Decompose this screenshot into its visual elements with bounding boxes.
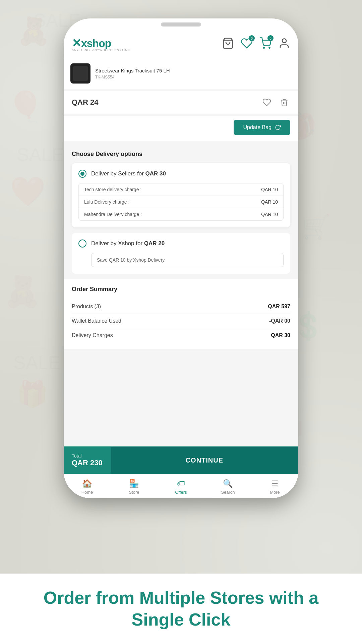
- summary-value-1: -QAR 00: [269, 318, 290, 324]
- radio-selected-dot: [80, 172, 84, 176]
- charge-row-2: Mahendra Delivery charge : QAR 10: [79, 208, 283, 220]
- logo[interactable]: ✕ xshop ANYTHING. ANYWHERE. ANYTIME: [72, 36, 130, 52]
- bottom-nav: 🏠 Home 🏪 Store 🏷 Offers 🔍 Search ☰ More: [64, 474, 298, 498]
- total-section: Total QAR 230: [64, 446, 111, 474]
- svg-point-15: [263, 47, 264, 48]
- nav-label-store: Store: [129, 490, 139, 495]
- nav-label-offers: Offers: [175, 490, 187, 495]
- summary-value-2: QAR 30: [271, 332, 290, 338]
- phone-frame: ✕ xshop ANYTHING. ANYWHERE. ANYTIME: [64, 18, 298, 498]
- svg-text:SALE: SALE: [13, 352, 61, 373]
- product-price: QAR 24: [72, 98, 98, 107]
- bottom-spacer: [64, 349, 298, 356]
- product-image: [73, 66, 88, 81]
- update-bag-row: Update Bag: [64, 116, 298, 141]
- charge-row-1: Lulu Delivery charge : QAR 10: [79, 196, 283, 208]
- svg-text:🎈: 🎈: [7, 89, 45, 125]
- summary-row-2: Delivery Charges QAR 30: [72, 328, 290, 342]
- notch-pill: [161, 22, 201, 26]
- radio-sellers[interactable]: [78, 170, 86, 178]
- nav-item-more[interactable]: ☰ More: [251, 474, 298, 498]
- price-actions: [261, 96, 290, 108]
- order-summary: Order Summary Products (3) QAR 597 Walle…: [64, 279, 298, 349]
- summary-label-1: Wallet Balance Used: [72, 318, 121, 324]
- cart-badge: 0: [267, 35, 274, 41]
- svg-point-17: [282, 39, 286, 43]
- delivery-option-sellers[interactable]: Deliver by Sellers for QAR 30 Tech store…: [72, 163, 290, 227]
- logo-tagline: ANYTHING. ANYWHERE. ANYTIME: [72, 48, 130, 52]
- search-icon: 🔍: [223, 479, 233, 488]
- svg-text:❤️: ❤️: [10, 175, 46, 209]
- price-row: QAR 24: [64, 91, 298, 114]
- delivery-option-header-2: Deliver by Xshop for QAR 20: [78, 239, 284, 248]
- wishlist-icon-wrap[interactable]: 0: [241, 37, 253, 51]
- svg-point-16: [269, 47, 270, 48]
- home-icon: 🏠: [82, 479, 92, 488]
- update-bag-button[interactable]: Update Bag: [234, 120, 290, 135]
- svg-text:🛒: 🛒: [302, 213, 331, 241]
- wishlist-badge: 0: [249, 35, 255, 41]
- bag-icon-wrap[interactable]: [222, 37, 234, 51]
- bottom-bar: Total QAR 230 CONTINUE: [64, 446, 298, 474]
- summary-label-2: Delivery Charges: [72, 332, 113, 338]
- charge-label-0: Tech store delivery charge :: [84, 187, 141, 192]
- delivery-label-1: Deliver by Sellers for QAR 30: [91, 170, 166, 177]
- delivery-option-xshop[interactable]: Deliver by Xshop for QAR 20 Save QAR 10 …: [72, 233, 290, 274]
- summary-label-0: Products (3): [72, 304, 101, 310]
- charge-amount-1: QAR 10: [261, 199, 278, 205]
- charge-label-2: Mahendra Delivery charge :: [84, 212, 142, 217]
- save-box: Save QAR 10 by Xshop Delivery: [91, 253, 284, 267]
- total-amount: QAR 230: [72, 459, 103, 467]
- summary-row-1: Wallet Balance Used -QAR 00: [72, 314, 290, 328]
- product-info: Streetwear Kings Tracksuit 75 LH TK-MS55…: [95, 67, 292, 79]
- phone-notch: [64, 18, 298, 30]
- nav-item-home[interactable]: 🏠 Home: [64, 474, 111, 498]
- charge-label-1: Lulu Delivery charge :: [84, 199, 129, 205]
- offers-icon: 🏷: [177, 479, 185, 488]
- nav-item-store[interactable]: 🏪 Store: [111, 474, 158, 498]
- nav-item-search[interactable]: 🔍 Search: [204, 474, 251, 498]
- delivery-charges-table: Tech store delivery charge : QAR 10 Lulu…: [78, 183, 284, 221]
- svg-text:🎁: 🎁: [17, 379, 48, 409]
- logo-name: xshop: [81, 37, 111, 50]
- nav-label-search: Search: [221, 490, 235, 495]
- scroll-content[interactable]: Streetwear Kings Tracksuit 75 LH TK-MS55…: [64, 58, 298, 446]
- radio-xshop[interactable]: [78, 239, 86, 248]
- app-header: ✕ xshop ANYTHING. ANYWHERE. ANYTIME: [64, 30, 298, 58]
- delivery-section: Choose Delivery options Deliver by Selle…: [64, 145, 298, 274]
- logo-x: ✕: [72, 36, 81, 50]
- product-item: Streetwear Kings Tracksuit 75 LH TK-MS55…: [64, 58, 298, 89]
- delivery-label-2: Deliver by Xshop for QAR 20: [91, 240, 165, 247]
- delete-btn[interactable]: [278, 96, 290, 108]
- svg-text:SALE: SALE: [17, 144, 64, 165]
- summary-row-0: Products (3) QAR 597: [72, 300, 290, 314]
- cart-icon-wrap[interactable]: 0: [259, 37, 272, 51]
- phone-screen: ✕ xshop ANYTHING. ANYWHERE. ANYTIME: [64, 30, 298, 498]
- product-name: Streetwear Kings Tracksuit 75 LH: [95, 67, 292, 74]
- summary-value-0: QAR 597: [268, 304, 290, 310]
- delivery-option-header-1: Deliver by Sellers for QAR 30: [78, 170, 284, 178]
- order-summary-title: Order Summary: [72, 286, 290, 293]
- charge-row-0: Tech store delivery charge : QAR 10: [79, 183, 283, 196]
- store-icon: 🏪: [129, 479, 139, 488]
- product-thumbnail: [70, 63, 90, 84]
- nav-label-more: More: [270, 490, 280, 495]
- svg-text:🧸: 🧸: [17, 15, 50, 47]
- continue-button[interactable]: CONTINUE: [111, 447, 298, 474]
- delivery-section-title: Choose Delivery options: [72, 151, 290, 158]
- profile-icon-wrap[interactable]: [278, 37, 290, 51]
- header-icons: 0 0: [222, 37, 290, 51]
- nav-item-offers[interactable]: 🏷 Offers: [158, 474, 204, 498]
- charge-amount-2: QAR 10: [261, 212, 278, 217]
- wishlist-btn[interactable]: [261, 96, 273, 108]
- more-icon: ☰: [271, 479, 279, 488]
- nav-label-home: Home: [81, 490, 93, 495]
- bottom-caption: Order from Multiple Stores with a Single…: [0, 574, 362, 644]
- charge-amount-0: QAR 10: [261, 187, 278, 192]
- caption-text: Order from Multiple Stores with a Single…: [20, 587, 342, 631]
- total-label: Total: [72, 453, 103, 459]
- svg-text:🧸: 🧸: [3, 274, 41, 310]
- product-sku: TK-MS554: [95, 75, 292, 79]
